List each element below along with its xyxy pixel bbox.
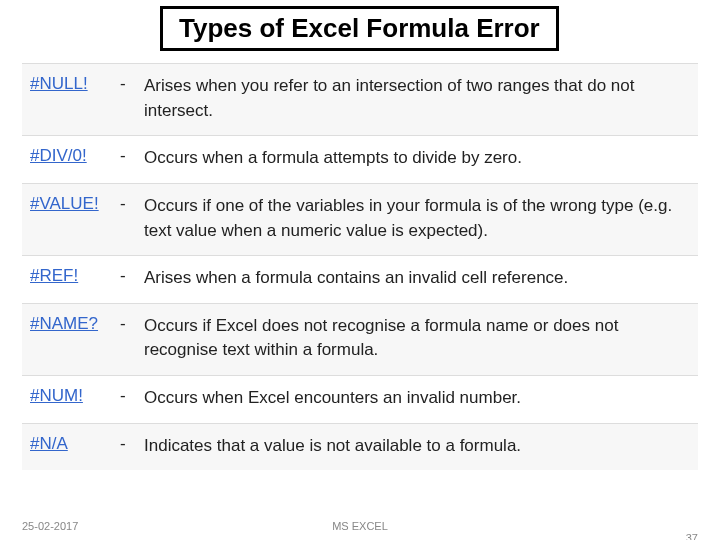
separator: - (120, 386, 144, 406)
footer-date: 25-02-2017 (22, 520, 78, 532)
separator: - (120, 266, 144, 286)
error-code-link[interactable]: #VALUE! (30, 194, 120, 214)
error-code-link[interactable]: #REF! (30, 266, 120, 286)
error-description: Occurs when a formula attempts to divide… (144, 146, 690, 171)
error-description: Occurs when Excel encounters an invalid … (144, 386, 690, 411)
table-row: #N/A - Indicates that a value is not ava… (22, 423, 698, 471)
error-description: Arises when a formula contains an invali… (144, 266, 690, 291)
page-title: Types of Excel Formula Error (160, 6, 559, 51)
table-row: #DIV/0! - Occurs when a formula attempts… (22, 135, 698, 183)
table-row: #NAME? - Occurs if Excel does not recogn… (22, 303, 698, 375)
error-code-link[interactable]: #NAME? (30, 314, 120, 334)
table-row: #NULL! - Arises when you refer to an int… (22, 63, 698, 135)
separator: - (120, 314, 144, 334)
error-table: #NULL! - Arises when you refer to an int… (0, 63, 720, 470)
footer-center: MS EXCEL (0, 520, 720, 532)
footer-page-number: 37 (686, 532, 698, 540)
separator: - (120, 74, 144, 94)
error-description: Occurs if one of the variables in your f… (144, 194, 690, 243)
error-description: Arises when you refer to an intersection… (144, 74, 690, 123)
slide-footer: 25-02-2017 MS EXCEL 37 (0, 520, 720, 532)
table-row: #NUM! - Occurs when Excel encounters an … (22, 375, 698, 423)
separator: - (120, 146, 144, 166)
table-row: #REF! - Arises when a formula contains a… (22, 255, 698, 303)
error-code-link[interactable]: #NULL! (30, 74, 120, 94)
error-code-link[interactable]: #NUM! (30, 386, 120, 406)
separator: - (120, 194, 144, 214)
error-code-link[interactable]: #DIV/0! (30, 146, 120, 166)
table-row: #VALUE! - Occurs if one of the variables… (22, 183, 698, 255)
separator: - (120, 434, 144, 454)
error-description: Indicates that a value is not available … (144, 434, 690, 459)
error-code-link[interactable]: #N/A (30, 434, 120, 454)
error-description: Occurs if Excel does not recognise a for… (144, 314, 690, 363)
